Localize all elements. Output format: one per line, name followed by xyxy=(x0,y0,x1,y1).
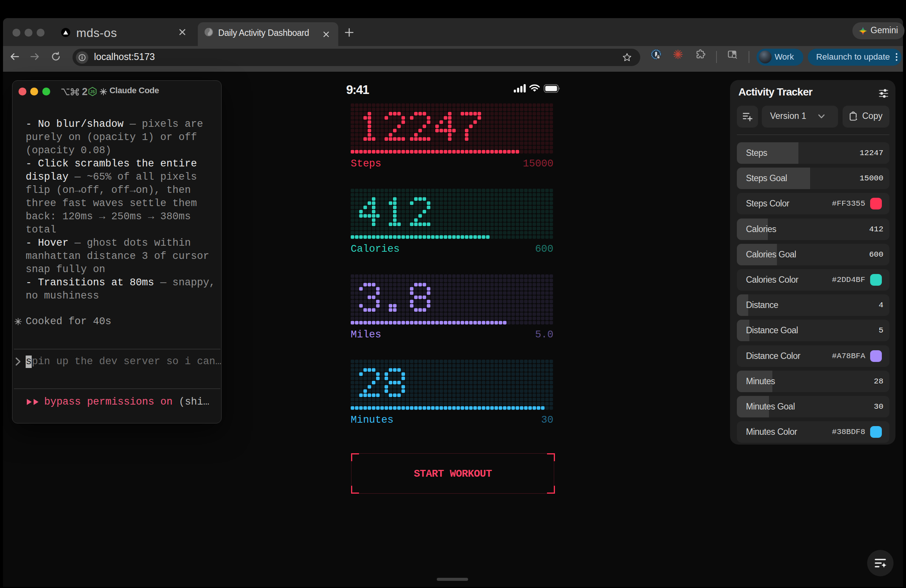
svg-text:JS: JS xyxy=(90,90,95,94)
